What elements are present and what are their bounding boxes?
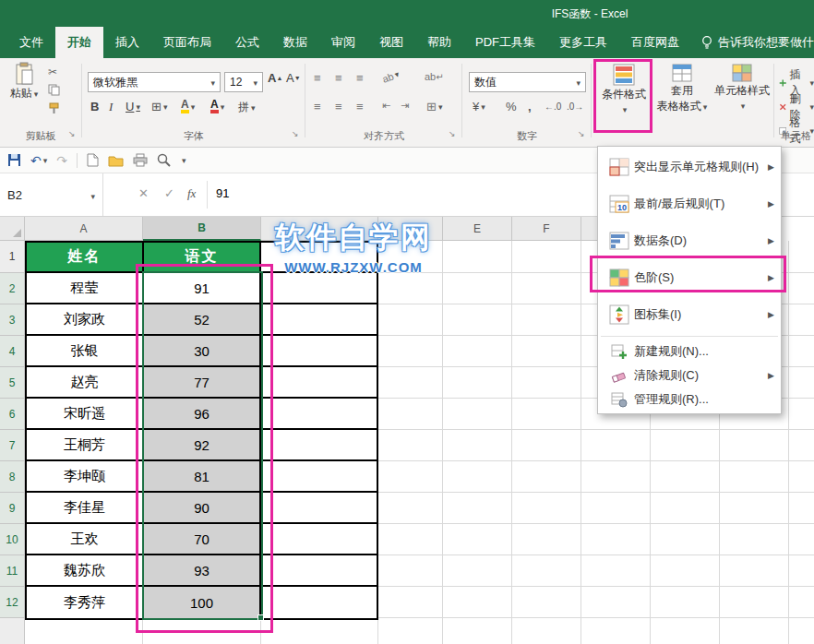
number-dialog-launcher-icon[interactable] [578,129,589,140]
cell-a9[interactable]: 李佳星 [27,493,144,524]
cell-styles-button[interactable]: 单元格样式 [713,63,771,135]
cell-a4[interactable]: 张银 [27,336,144,367]
column-header-d[interactable]: D [378,217,443,241]
cell-a1[interactable]: 姓名 [27,243,144,273]
row-header-7[interactable]: 7 [0,430,25,461]
underline-button[interactable]: U [126,100,140,113]
format-as-table-button[interactable]: 套用 表格格式 [654,63,710,135]
tab-view[interactable]: 视图 [367,27,415,58]
tab-baidu-netdisk[interactable]: 百度网盘 [619,27,691,58]
copy-button[interactable] [48,84,60,96]
center-button[interactable]: ≡ [335,100,342,113]
increase-indent-button[interactable]: ⇥ [401,100,409,112]
tab-pdf-tools[interactable]: PDF工具集 [463,27,547,58]
tab-home[interactable]: 开始 [55,27,103,58]
name-box[interactable]: B2 [0,173,103,216]
font-dialog-launcher-icon[interactable] [292,129,303,140]
row-header-8[interactable]: 8 [0,461,25,493]
cell-c5[interactable] [261,367,377,399]
align-right-button[interactable]: ≡ [356,100,364,113]
tab-more-tools[interactable]: 更多工具 [547,27,619,58]
bold-button[interactable]: B [90,100,99,113]
tell-me-box[interactable]: 告诉我你想要做什么 [700,27,814,58]
cell-a2[interactable]: 程莹 [27,273,144,304]
borders-button[interactable]: ⊞ [151,100,167,113]
orientation-button[interactable]: ab [381,68,401,85]
accounting-format-button[interactable]: ¥ [473,100,485,113]
merge-center-button[interactable]: ⊞ [426,100,442,113]
cell-a3[interactable]: 刘家政 [27,304,144,336]
cell-c2[interactable] [261,273,377,304]
tab-data[interactable]: 数据 [271,27,319,58]
cell-a11[interactable]: 魏苏欣 [27,555,144,587]
column-header-e[interactable]: E [443,217,512,241]
middle-align-button[interactable]: ≡ [335,71,342,85]
cell-a6[interactable]: 宋昕遥 [27,399,144,430]
row-header-9[interactable]: 9 [0,493,25,524]
row-header-partial[interactable] [0,618,25,644]
cell-a5[interactable]: 赵亮 [27,367,144,399]
cell-c3[interactable] [261,304,377,336]
number-format-combo[interactable]: 数值 [469,72,586,92]
comma-style-button[interactable]: , [528,100,532,113]
row-header-2[interactable]: 2 [0,273,25,304]
menu-item-new-rule[interactable]: 新建规则(N)... [598,340,781,364]
align-left-button[interactable]: ≡ [314,100,321,113]
tab-page-layout[interactable]: 页面布局 [151,27,223,58]
grow-font-button[interactable]: A▲ [268,71,282,85]
row-header-1[interactable]: 1 [0,241,25,273]
tab-review[interactable]: 审阅 [319,27,367,58]
percent-style-button[interactable]: % [506,100,517,113]
row-header-5[interactable]: 5 [0,367,25,399]
cell-c7[interactable] [261,430,377,461]
bottom-align-button[interactable]: ≡ [356,71,364,85]
alignment-dialog-launcher-icon[interactable] [449,129,460,140]
quick-print-button[interactable] [133,153,148,167]
font-name-dropdown-icon[interactable] [209,76,215,89]
save-button[interactable] [7,153,21,167]
font-size-dropdown-icon[interactable] [251,76,257,89]
clipboard-dialog-launcher-icon[interactable] [68,129,79,140]
customize-quick-access-button[interactable] [180,156,186,165]
row-header-3[interactable]: 3 [0,304,25,336]
open-button[interactable] [108,154,124,167]
cell-c12[interactable] [261,587,377,618]
menu-item-manage-rules[interactable]: 管理规则(R)... [598,388,781,411]
enter-button[interactable]: ✓ [164,186,174,200]
cell-c9[interactable] [261,493,377,524]
format-painter-button[interactable] [48,102,60,114]
font-size-combo[interactable]: 12 [224,72,263,92]
cell-c8[interactable] [261,461,377,493]
increase-decimal-button[interactable]: ←.0 [545,101,561,112]
name-box-dropdown-icon[interactable] [89,188,95,202]
phonetic-guide-button[interactable]: 拼 [238,100,256,115]
menu-item-data-bars[interactable]: 数据条(D) ▶ [598,222,781,259]
cell-a10[interactable]: 王欢 [27,524,144,555]
row-header-10[interactable]: 10 [0,524,25,555]
font-color-button[interactable]: A [210,100,224,113]
column-header-f[interactable]: F [512,217,581,241]
row-header-6[interactable]: 6 [0,399,25,430]
cancel-button[interactable]: ✕ [138,186,149,200]
cut-button[interactable]: ✂ [48,66,57,78]
cell-a12[interactable]: 李秀萍 [27,587,144,618]
row-header-11[interactable]: 11 [0,555,25,587]
redo-button[interactable]: ↷ [56,153,67,168]
new-workbook-button[interactable] [87,153,99,167]
select-all-corner[interactable] [0,217,25,241]
italic-button[interactable]: I [109,100,113,114]
cell-c4[interactable] [261,336,377,367]
cell-c11[interactable] [261,555,377,587]
shrink-font-button[interactable]: A▼ [286,71,301,85]
insert-function-button[interactable]: fx [187,186,196,201]
cell-c6[interactable] [261,399,377,430]
tab-formulas[interactable]: 公式 [223,27,271,58]
tab-help[interactable]: 帮助 [415,27,463,58]
cell-a7[interactable]: 王桐芳 [27,430,144,461]
decrease-decimal-button[interactable]: .0→ [567,101,583,112]
undo-button[interactable]: ↶ [30,153,47,168]
paste-button[interactable]: 粘贴 [5,62,43,128]
tab-insert[interactable]: 插入 [103,27,151,58]
number-format-dropdown-icon[interactable] [574,76,581,89]
font-name-combo[interactable]: 微软雅黑 [88,72,221,92]
